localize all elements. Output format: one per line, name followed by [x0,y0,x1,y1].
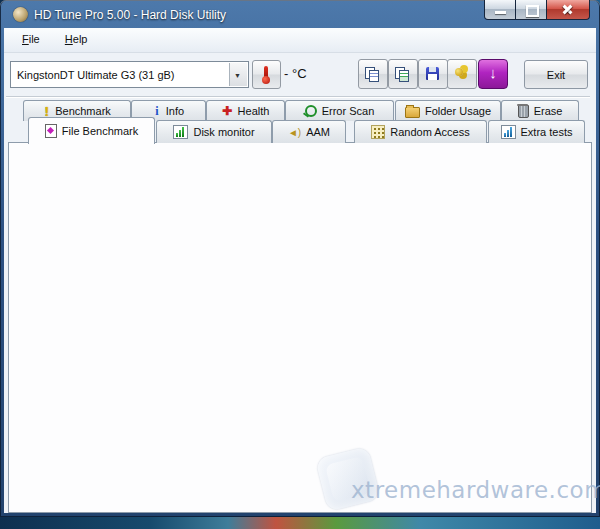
coins-icon [454,64,468,78]
app-window: HD Tune Pro 5.00 - Hard Disk Utility Fil… [0,0,600,517]
file-benchmark-icon [45,124,57,138]
window-title: HD Tune Pro 5.00 - Hard Disk Utility [34,8,226,22]
copy-text-button[interactable] [358,59,388,89]
trash-icon [518,105,529,118]
title-bar[interactable]: HD Tune Pro 5.00 - Hard Disk Utility [0,0,600,29]
speaker-icon: ◄) [288,127,301,138]
tab-label: Erase [534,105,563,117]
tab-erase[interactable]: Erase [501,100,579,121]
maximize-icon [526,5,539,17]
thermometer-icon [264,66,268,79]
tab-label: Disk monitor [193,126,254,138]
health-cross-icon: ✚ [222,104,233,118]
folder-icon [405,107,420,118]
copy-image-icon [395,67,410,82]
exit-button[interactable]: Exit [524,60,588,89]
tab-extra-tests[interactable]: Extra tests [488,120,585,143]
close-icon [561,3,574,16]
arrow-down-icon: ↓ [489,64,497,81]
magnifier-icon [305,105,317,117]
copy-text-icon [365,67,380,82]
minimize-icon [495,11,506,14]
drive-select-combobox[interactable]: KingstonDT Ultimate G3 (31 gB) [10,61,249,88]
disk-monitor-icon [173,125,188,139]
minimize-button[interactable] [484,0,516,20]
tab-label: Random Access [390,126,469,138]
menu-help[interactable]: Help [61,32,92,46]
watermark-text: xtremehardware.com [351,477,600,503]
tab-random-access[interactable]: Random Access [354,120,487,143]
tab-disk-monitor[interactable]: Disk monitor [156,120,272,143]
exit-button-label: Exit [525,69,587,81]
maximize-button[interactable] [515,0,547,20]
tab-file-benchmark[interactable]: File Benchmark [28,117,155,144]
temperature-button[interactable] [252,60,281,89]
tab-label: Info [166,105,184,117]
close-button[interactable] [546,0,590,20]
copy-image-button[interactable] [388,59,418,89]
tab-label: Folder Usage [425,105,491,117]
tab-label: Benchmark [55,105,111,117]
temperature-value: - °C [284,66,307,81]
update-button[interactable]: ↓ [478,59,508,89]
tab-label: Extra tests [521,126,573,138]
stage: HD Tune Pro 5.00 - Hard Disk Utility Fil… [0,0,600,529]
tab-health[interactable]: ✚ Health [206,100,285,121]
info-icon: i [153,104,161,119]
tab-aam[interactable]: ◄) AAM [272,120,346,143]
options-button[interactable] [447,59,477,89]
tab-label: Error Scan [322,105,375,117]
menu-bar: File Help [4,28,596,53]
random-access-icon [371,125,385,139]
file-benchmark-page [8,142,592,513]
menu-file[interactable]: File [18,32,44,46]
save-icon [426,67,439,80]
app-icon [13,7,28,22]
tab-label: AAM [306,126,330,138]
save-button[interactable] [418,59,448,89]
chevron-down-icon[interactable] [229,63,247,86]
toolbar-separator [6,96,590,98]
tab-error-scan[interactable]: Error Scan [285,100,394,121]
drive-select-value: KingstonDT Ultimate G3 (31 gB) [17,69,175,81]
tab-label: Health [238,105,270,117]
extra-tests-icon [501,125,516,139]
tab-label: File Benchmark [62,125,138,137]
tab-folder-usage[interactable]: Folder Usage [395,100,501,121]
